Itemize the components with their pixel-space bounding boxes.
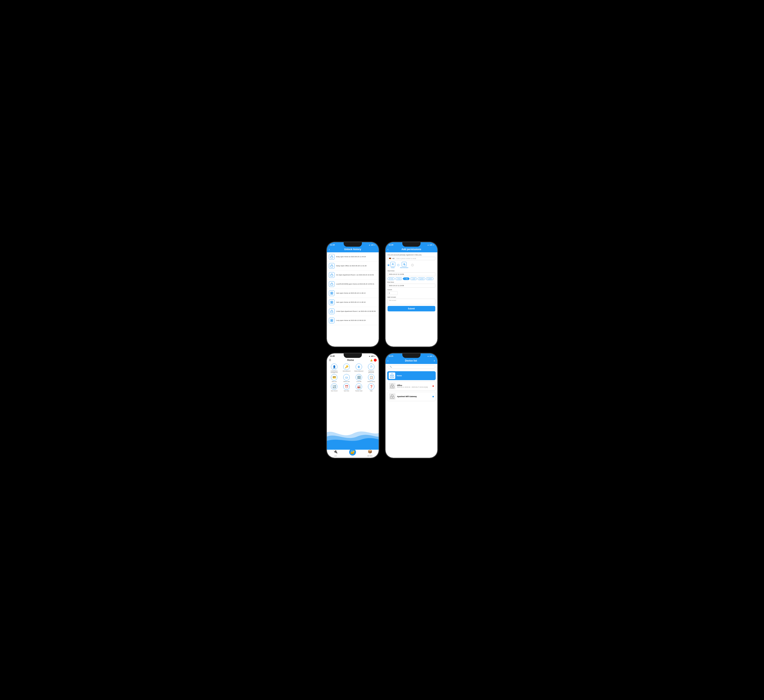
action-item[interactable]: ❓ Help xyxy=(365,383,377,392)
device-icon xyxy=(389,372,395,379)
lock-icon xyxy=(329,272,335,278)
action-item[interactable]: 🔢 Lock PIN xyxy=(353,374,365,382)
tab-item-0[interactable]: 🔌Lock xyxy=(332,448,339,456)
status-time-3: 11:20 xyxy=(330,355,335,357)
phone-input-placeholder[interactable]: Enter a phone number or email xyxy=(396,258,434,259)
svg-point-5 xyxy=(331,292,331,293)
time-pill[interactable]: 1 day xyxy=(403,277,409,280)
action-label: Add card xyxy=(332,381,337,382)
history-item[interactable]: Daisy Open Office at 2023-06-28 11:31:28 xyxy=(327,261,379,270)
action-icon: 👤 xyxy=(331,364,337,370)
action-item[interactable]: 👤 Authorization management xyxy=(329,364,340,373)
unlock-history-header: ‹ Unlock history xyxy=(327,247,379,252)
action-grid: 👤 Authorization management 🔑 Add passwor… xyxy=(327,362,379,393)
tab-icon-2: 📦 xyxy=(366,448,373,455)
tab-item-1[interactable]: 🔐 xyxy=(349,448,356,456)
device-meta: 2022-03-11 19:02:16 ~ 2025-09-27 19:02:1… xyxy=(397,386,431,388)
device-name: Apartmet Wifi Gateway xyxy=(397,395,431,397)
add-device-button[interactable]: + xyxy=(434,359,435,362)
action-item[interactable]: 🗑 Delete password xyxy=(353,364,365,373)
phone-unlock-history: 11:18 ▲ wifi ▪▪ ‹ Unlock history Andy op… xyxy=(326,242,379,347)
time-pill[interactable]: 3 years xyxy=(418,277,425,280)
phone-device-list: 11:21 ▲ wifi ▪▪ ‹ Device list + 🔍 xyxy=(385,353,438,458)
history-item[interactable]: Lucy open Home at 2023-06-13 08:32:29 xyxy=(327,316,379,325)
remark-label: Add remark: xyxy=(388,296,435,298)
action-icon: 🏭 xyxy=(355,383,362,390)
time-pill[interactable]: 1 hour xyxy=(395,277,402,280)
bottom-tabs: 🔌Lock🔐📦WiF BOX xyxy=(327,448,379,458)
history-item-text: Lucy open Home at 2023-06-13 08:32:29 xyxy=(336,319,366,322)
action-item[interactable]: ⏰ Sync time xyxy=(341,383,352,392)
device-search-area: 🔍 xyxy=(385,364,437,370)
admin-radio[interactable] xyxy=(397,264,399,266)
device-item[interactable]: Home xyxy=(387,371,436,380)
hamburger-menu-icon[interactable]: ☰ xyxy=(329,359,331,361)
action-item[interactable]: 🔑 Add password xyxy=(341,364,352,373)
phone-home: 11:20 ▲ wifi ▪▪ ☰ Home 🔔 1 👤 Authorizati… xyxy=(326,353,379,458)
history-item[interactable]: Linda Open Apartment Room 1 at 2023-06-1… xyxy=(327,307,379,316)
visitor-option[interactable]: Visitor xyxy=(388,262,395,268)
status-icons-1: ▲ wifi ▪▪ xyxy=(369,244,376,246)
action-label: Lock PIN xyxy=(356,381,361,382)
time-pill[interactable]: 15 min xyxy=(388,277,395,280)
device-item[interactable]: Apartmet Wifi Gateway xyxy=(387,392,436,401)
tab-label-2: WiF BOX xyxy=(367,455,373,456)
history-item[interactable]: Jack open Home at 2023-06-18 11:48:13 xyxy=(327,289,379,298)
numpad-icon xyxy=(329,318,335,323)
start-time-label: Start time: xyxy=(388,270,435,272)
time-pill[interactable]: 1 year xyxy=(410,277,417,280)
phone-input-row[interactable]: 🇩🇪 +49 | Enter a phone number or email xyxy=(388,257,435,260)
submit-button[interactable]: Submit xyxy=(388,306,435,311)
account-label: UnLock account:(already registered in We… xyxy=(388,254,435,256)
action-item[interactable]: ⏱ Temporary passwords xyxy=(365,364,377,373)
svg-point-23 xyxy=(332,303,332,303)
svg-point-28 xyxy=(332,320,332,320)
back-button-4[interactable]: ‹ xyxy=(388,359,388,362)
start-time-value[interactable]: 2023-10-12 11:19:58 xyxy=(388,272,435,276)
search-box[interactable]: 🔍 xyxy=(388,365,435,369)
tab-item-2[interactable]: 📦WiF BOX xyxy=(366,448,373,456)
help-icon[interactable]: ? xyxy=(411,264,414,266)
time-pill[interactable]: 5 years xyxy=(426,277,434,280)
administrator-option[interactable]: Administrator xyxy=(397,262,409,268)
history-item[interactable]: Iris Open Apartment Room 1 at 2023-06-20… xyxy=(327,270,379,280)
action-icon: ⏱ xyxy=(368,364,374,370)
time-pills-row: 15 min1 hour1 day1 year3 years5 years xyxy=(388,277,435,280)
add-permissions-header: ‹ Add permissions xyxy=(385,247,437,252)
action-label: Authorization management xyxy=(329,370,340,373)
notification-icon[interactable]: 🔔 xyxy=(370,359,373,361)
device-item[interactable]: Office 2022-03-11 19:02:16 ~ 2025-09-27 … xyxy=(387,381,436,391)
add-permissions-title: Add permissions xyxy=(402,248,421,251)
status-time-2: 11:20 xyxy=(389,244,393,246)
action-icon: 💳 xyxy=(331,374,337,381)
back-button-1[interactable]: ‹ xyxy=(329,248,330,251)
action-item[interactable]: 🏭 Factory reset xyxy=(353,383,365,392)
action-item[interactable]: 💳 Add card xyxy=(329,374,340,382)
visitor-radio[interactable] xyxy=(388,264,390,266)
remark-input[interactable]: Add remark xyxy=(388,298,435,304)
action-item[interactable]: 🔄 Sync record xyxy=(329,383,340,392)
svg-point-10 xyxy=(332,293,332,293)
action-icon: ⏰ xyxy=(343,383,350,390)
history-item[interactable]: Jack open Home at 2023-06-13 11:48:18 xyxy=(327,298,379,307)
svg-point-35 xyxy=(392,263,393,264)
notification-badge: 1 xyxy=(374,359,377,361)
svg-rect-3 xyxy=(330,284,333,285)
flag-icon: 🇩🇪 xyxy=(389,258,391,259)
action-label: Temporary passwords xyxy=(365,370,377,373)
device-status-dot xyxy=(432,396,434,397)
device-info: Apartmet Wifi Gateway xyxy=(397,395,431,397)
status-time-4: 11:21 xyxy=(389,355,393,357)
action-item[interactable]: 🗂 Delete card xyxy=(341,374,352,382)
count-value[interactable]: 0 xyxy=(388,291,398,295)
admin-label: Administrator xyxy=(400,267,409,268)
phone-add-permissions: 11:20 ▲ wifi ▪▪ ‹ Add permissions UnLock… xyxy=(385,242,438,347)
action-icon: 🗑 xyxy=(355,364,362,370)
history-item[interactable]: Andy open Home at 2023-06-20 11:44:34 xyxy=(327,252,379,261)
action-label: Add password xyxy=(343,370,350,372)
svg-point-41 xyxy=(392,387,392,387)
back-button-2[interactable]: ‹ xyxy=(388,248,388,251)
history-item[interactable]: Lulu#5130:0005] open Home at 2023-06-20 … xyxy=(327,280,379,289)
end-time-value[interactable]: 2023-10-13 11:19:58 xyxy=(388,284,435,288)
action-item[interactable]: 📋 Unlock history xyxy=(365,374,377,382)
